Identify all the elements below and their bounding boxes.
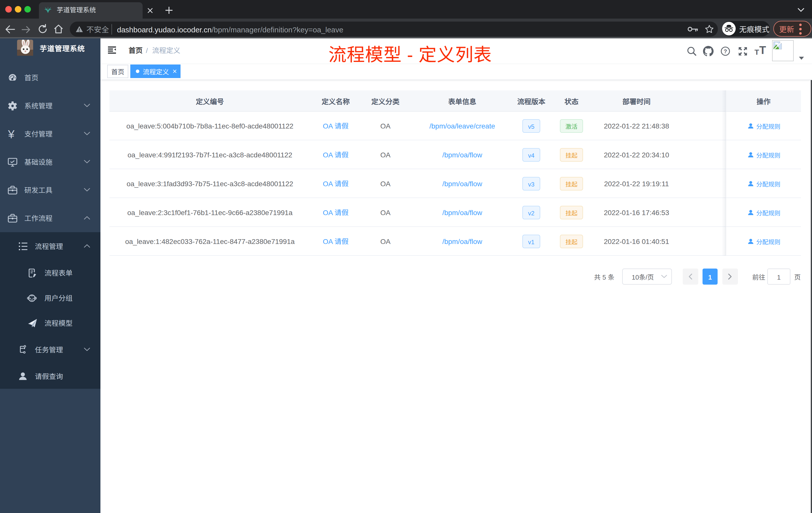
svg-text:?: ? <box>724 48 727 55</box>
